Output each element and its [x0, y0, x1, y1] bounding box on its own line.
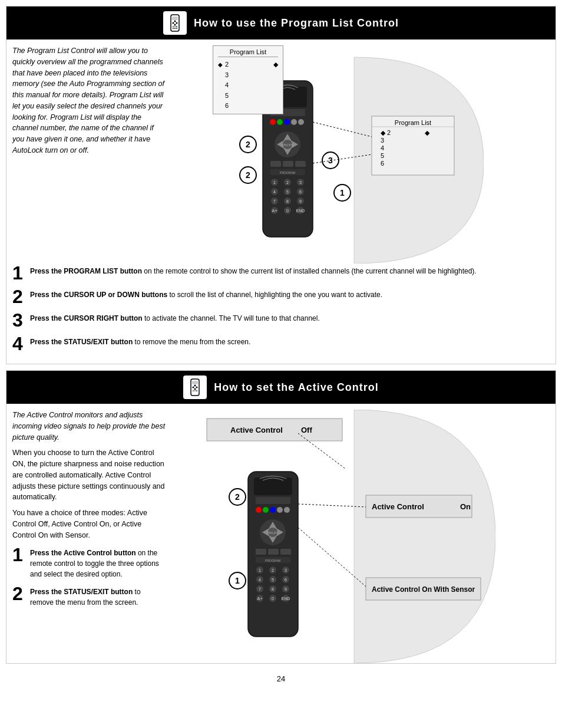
svg-rect-38: [295, 161, 306, 167]
bottom-step-1-bold: Press the Active Control button: [30, 549, 136, 557]
svg-point-4: [174, 21, 176, 22]
svg-point-24: [270, 119, 276, 125]
svg-point-8: [176, 26, 177, 27]
svg-text:Program List: Program List: [395, 119, 431, 126]
step-4-text: Press the STATUS/EXIT button to remove t…: [30, 334, 250, 347]
svg-text:8: 8: [286, 199, 289, 203]
top-section-header: How to use the Program List Control: [6, 6, 556, 39]
svg-point-26: [284, 119, 290, 125]
pls-title: Program List: [218, 48, 278, 57]
svg-point-98: [263, 507, 269, 513]
svg-text:2: 2: [246, 140, 250, 149]
svg-text:Active Control On With Sensor: Active Control On With Sensor: [372, 585, 475, 594]
svg-rect-111: [280, 549, 291, 555]
svg-text:◆: ◆: [425, 129, 430, 136]
svg-rect-109: [256, 549, 266, 555]
svg-text:7: 7: [259, 587, 261, 591]
pls-item-1: ◆2◆: [218, 60, 278, 70]
step-1-number: 1: [12, 263, 24, 282]
step-2-number: 2: [12, 287, 24, 306]
svg-text:3: 3: [299, 180, 302, 185]
bottom-left: The Active Control monitors and adjusts …: [12, 410, 166, 657]
svg-text:5: 5: [381, 152, 384, 159]
svg-text:Active Control: Active Control: [372, 502, 424, 511]
svg-text:1: 1: [340, 188, 345, 197]
svg-text:7: 7: [273, 199, 276, 203]
pls-item-4: 5: [218, 91, 278, 101]
svg-rect-37: [283, 161, 293, 167]
bottom-para1: When you choose to turn the Active Contr…: [12, 447, 166, 503]
svg-text:9: 9: [285, 587, 287, 591]
svg-text:1: 1: [235, 576, 240, 585]
top-icon: [163, 11, 187, 35]
svg-point-80: [196, 387, 198, 388]
page-number: 24: [0, 670, 562, 688]
svg-point-9: [173, 28, 174, 29]
svg-rect-95: [254, 477, 292, 495]
svg-text:4: 4: [273, 190, 276, 194]
pls-item-5: 6: [218, 101, 278, 111]
bottom-step-1-number: 1: [12, 545, 24, 564]
svg-point-5: [174, 24, 176, 26]
svg-point-11: [176, 28, 177, 29]
top-steps: 1 Press the PROGRAM LIST button on the r…: [6, 263, 556, 364]
svg-text:1: 1: [273, 180, 276, 185]
step-1-text: Press the PROGRAM LIST button on the rem…: [30, 263, 477, 276]
svg-point-3: [176, 22, 177, 24]
step-4-bold: Press the STATUS/EXIT button: [30, 338, 133, 346]
bottom-header-text: How to set the Active Control: [214, 381, 378, 394]
svg-rect-36: [270, 161, 281, 167]
bottom-step-2: 2 Press the STATUS/EXIT button to remove…: [12, 584, 166, 608]
svg-text:4: 4: [259, 578, 261, 582]
bottom-step-2-text: Press the STATUS/EXIT button to remove t…: [30, 584, 166, 608]
svg-text:PHILIPS: PHILIPS: [267, 531, 279, 535]
bottom-icon: [183, 375, 207, 399]
svg-text:3: 3: [285, 568, 287, 572]
step-2: 2 Press the CURSOR UP or DOWN buttons to…: [12, 287, 550, 306]
bottom-diagram: Active Control Off Active Control On Act…: [171, 410, 550, 657]
step-3-text: Press the CURSOR RIGHT button to activat…: [30, 311, 320, 324]
bottom-intro-italic: The Active Control monitors and adjusts …: [12, 411, 165, 442]
page-num-text: 24: [277, 674, 285, 683]
svg-text:2: 2: [272, 568, 274, 572]
svg-point-2: [172, 22, 174, 24]
top-diagram: Program List ◆2◆ 3 4 5 6 Program List: [171, 45, 550, 258]
step-4-desc: to remove the menu from the screen.: [135, 338, 251, 346]
svg-text:2: 2: [235, 492, 240, 502]
svg-text:On: On: [460, 502, 471, 511]
bottom-intro: The Active Control monitors and adjusts …: [12, 410, 166, 443]
pls-item-2: 3: [218, 70, 278, 81]
step-1-bold: Press the PROGRAM LIST button: [30, 267, 142, 275]
step-3-number: 3: [12, 311, 24, 330]
step-4: 4 Press the STATUS/EXIT button to remove…: [12, 334, 550, 353]
bottom-section: How to set the Active Control The Active…: [6, 370, 556, 664]
step-2-desc: to scroll the list of channel, highlight…: [169, 291, 382, 299]
svg-text:2: 2: [286, 180, 289, 185]
svg-text:9: 9: [299, 199, 302, 203]
bottom-step-2-bold: Press the STATUS/EXIT button: [30, 588, 133, 596]
svg-point-97: [256, 507, 262, 513]
svg-text:6: 6: [299, 190, 302, 194]
svg-text:Active Control: Active Control: [230, 426, 283, 434]
svg-text:4: 4: [381, 144, 384, 151]
svg-text:END: END: [282, 597, 290, 601]
svg-rect-96: [256, 497, 290, 504]
svg-text:0: 0: [286, 209, 289, 213]
svg-text:◆ 2: ◆ 2: [381, 129, 391, 136]
svg-point-84: [194, 390, 196, 391]
svg-point-27: [291, 119, 297, 125]
svg-text:6: 6: [285, 578, 287, 582]
bottom-section-header: How to set the Active Control: [6, 371, 556, 404]
bottom-step-2-number: 2: [12, 584, 24, 603]
svg-point-99: [270, 507, 276, 513]
svg-text:PROGRAM: PROGRAM: [265, 559, 280, 562]
svg-point-82: [194, 388, 196, 390]
svg-point-85: [196, 390, 197, 391]
bottom-diagram-svg: Active Control Off Active Control On Act…: [171, 410, 495, 663]
svg-text:6: 6: [381, 160, 384, 167]
svg-text:Off: Off: [301, 426, 312, 434]
svg-rect-78: [192, 381, 198, 384]
svg-point-79: [193, 387, 194, 388]
svg-text:PROGRAM: PROGRAM: [280, 171, 295, 174]
top-intro-text: The Program List Control will allow you …: [12, 45, 166, 156]
